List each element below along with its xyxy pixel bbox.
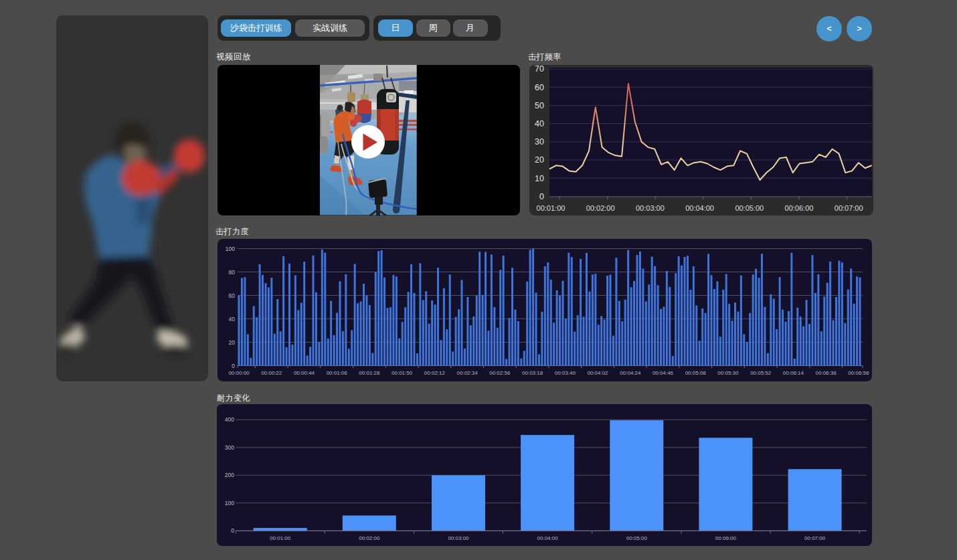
- svg-text:20: 20: [535, 155, 544, 165]
- svg-text:0: 0: [539, 192, 544, 201]
- svg-text:00:06:36: 00:06:36: [816, 370, 837, 376]
- svg-text:00:00:22: 00:00:22: [261, 370, 282, 376]
- svg-text:00:05:00: 00:05:00: [626, 535, 648, 541]
- svg-text:00:01:06: 00:01:06: [327, 370, 348, 376]
- svg-text:00:01:50: 00:01:50: [392, 370, 413, 376]
- svg-text:100: 100: [225, 500, 234, 506]
- svg-text:00:06:58: 00:06:58: [848, 370, 869, 376]
- svg-text:00:04:46: 00:04:46: [652, 370, 674, 376]
- svg-text:00:04:00: 00:04:00: [537, 535, 559, 541]
- svg-text:00:03:00: 00:03:00: [636, 204, 665, 212]
- svg-text:00:04:00: 00:04:00: [685, 204, 714, 212]
- svg-text:00:02:34: 00:02:34: [457, 370, 478, 376]
- svg-text:10: 10: [535, 174, 544, 183]
- svg-text:00:05:52: 00:05:52: [750, 370, 772, 376]
- svg-text:00:00:44: 00:00:44: [294, 370, 315, 376]
- svg-text:0: 0: [232, 363, 235, 369]
- svg-text:70: 70: [535, 64, 544, 74]
- svg-text:0: 0: [231, 527, 234, 534]
- svg-text:400: 400: [225, 416, 234, 423]
- svg-text:00:05:30: 00:05:30: [717, 370, 739, 376]
- svg-text:00:01:00: 00:01:00: [270, 535, 291, 541]
- svg-text:00:00:00: 00:00:00: [228, 370, 250, 376]
- svg-text:00:06:14: 00:06:14: [783, 370, 804, 376]
- svg-text:00:01:00: 00:01:00: [537, 204, 566, 212]
- svg-text:20: 20: [229, 339, 236, 346]
- svg-text:60: 60: [229, 292, 236, 299]
- svg-text:00:01:28: 00:01:28: [359, 370, 380, 376]
- svg-text:40: 40: [535, 119, 544, 128]
- svg-text:30: 30: [535, 137, 544, 147]
- svg-text:100: 100: [226, 246, 235, 252]
- svg-text:00:04:24: 00:04:24: [620, 370, 641, 376]
- svg-text:00:05:08: 00:05:08: [685, 370, 707, 376]
- svg-text:00:02:56: 00:02:56: [489, 370, 511, 376]
- svg-text:200: 200: [225, 472, 234, 478]
- svg-text:00:07:00: 00:07:00: [804, 535, 826, 541]
- svg-text:00:03:40: 00:03:40: [555, 370, 576, 376]
- svg-text:80: 80: [229, 269, 236, 276]
- svg-text:00:02:00: 00:02:00: [359, 535, 380, 541]
- svg-text:00:03:00: 00:03:00: [448, 535, 469, 541]
- svg-text:00:02:00: 00:02:00: [586, 204, 615, 212]
- svg-text:300: 300: [225, 444, 234, 451]
- svg-text:00:05:00: 00:05:00: [735, 204, 764, 212]
- svg-text:00:03:18: 00:03:18: [522, 370, 543, 376]
- svg-text:00:02:12: 00:02:12: [424, 370, 446, 376]
- svg-text:50: 50: [535, 101, 544, 110]
- svg-text:00:07:00: 00:07:00: [835, 204, 863, 212]
- svg-text:60: 60: [535, 83, 544, 92]
- svg-text:00:06:00: 00:06:00: [715, 535, 737, 541]
- svg-text:00:06:00: 00:06:00: [785, 204, 814, 212]
- svg-text:00:04:02: 00:04:02: [587, 370, 608, 376]
- svg-text:40: 40: [229, 316, 236, 322]
